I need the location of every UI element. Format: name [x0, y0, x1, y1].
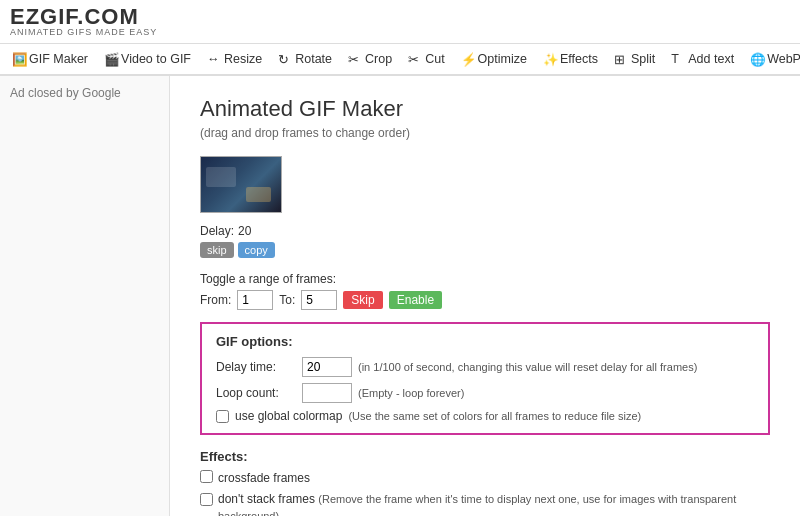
no-stack-row: don't stack frames (Remove the frame whe… [200, 491, 770, 516]
nav-item-resize[interactable]: ↔ Resize [199, 44, 270, 76]
delay-time-input[interactable] [302, 357, 352, 377]
crossfade-text: crossfade frames [218, 470, 310, 487]
loop-hint: (Empty - loop forever) [358, 387, 464, 399]
delay-value: 20 [238, 224, 251, 238]
logo-subtitle: ANIMATED GIFS MADE EASY [10, 28, 790, 37]
colormap-label: use global colormap [235, 409, 342, 423]
skip-range-button[interactable]: Skip [343, 291, 382, 309]
gif-maker-icon: 🖼️ [12, 52, 26, 66]
nav-label-video-to-gif: Video to GIF [121, 52, 191, 66]
skip-button[interactable]: skip [200, 242, 234, 258]
colormap-checkbox[interactable] [216, 410, 229, 423]
page-title: Animated GIF Maker [200, 96, 770, 122]
toggle-row: From: To: Skip Enable [200, 290, 770, 310]
effects-title: Effects: [200, 449, 770, 464]
nav-item-add-text[interactable]: T Add text [663, 44, 742, 76]
cut-icon: ✂ [408, 52, 422, 66]
webp-icon: 🌐 [750, 52, 764, 66]
delay-hint: (in 1/100 of second, changing this value… [358, 361, 697, 373]
nav-label-resize: Resize [224, 52, 262, 66]
nav-label-split: Split [631, 52, 655, 66]
delay-time-label: Delay time: [216, 360, 296, 374]
main-content: Animated GIF Maker (drag and drop frames… [170, 76, 800, 516]
nav-label-optimize: Optimize [478, 52, 527, 66]
nav-bar: 🖼️ GIF Maker 🎬 Video to GIF ↔ Resize ↻ R… [0, 44, 800, 76]
toggle-section: Toggle a range of frames: From: To: Skip… [200, 272, 770, 310]
resize-icon: ↔ [207, 52, 221, 66]
effects-icon: ✨ [543, 52, 557, 66]
nav-item-split[interactable]: ⊞ Split [606, 44, 663, 76]
page-subtitle: (drag and drop frames to change order) [200, 126, 770, 140]
nav-label-cut: Cut [425, 52, 444, 66]
colormap-row: use global colormap (Use the same set of… [216, 409, 754, 423]
loop-count-input[interactable] [302, 383, 352, 403]
logo-text: EZGIF.COM [10, 6, 790, 28]
nav-item-video-to-gif[interactable]: 🎬 Video to GIF [96, 44, 199, 76]
no-stack-label[interactable]: don't stack frames (Remove the frame whe… [200, 491, 770, 516]
text-icon: T [671, 52, 685, 66]
split-icon: ⊞ [614, 52, 628, 66]
crossfade-checkbox[interactable] [200, 470, 213, 483]
no-stack-text: don't stack frames [218, 492, 315, 506]
nav-item-webp[interactable]: 🌐 WebP [742, 44, 800, 76]
colormap-hint: (Use the same set of colors for all fram… [348, 410, 641, 422]
nav-item-effects[interactable]: ✨ Effects [535, 44, 606, 76]
crop-icon: ✂ [348, 52, 362, 66]
effects-section: Effects: crossfade frames don't stack fr… [200, 449, 770, 516]
page-layout: Ad closed by Google Animated GIF Maker (… [0, 76, 800, 516]
site-header: EZGIF.COM ANIMATED GIFS MADE EASY [0, 0, 800, 44]
nav-label-webp: WebP [767, 52, 800, 66]
crossfade-row: crossfade frames [200, 470, 770, 487]
delay-option-row: Delay time: (in 1/100 of second, changin… [216, 357, 754, 377]
site-logo: EZGIF.COM ANIMATED GIFS MADE EASY [10, 6, 790, 37]
video-icon: 🎬 [104, 52, 118, 66]
gif-options-title: GIF options: [216, 334, 754, 349]
nav-item-cut[interactable]: ✂ Cut [400, 44, 452, 76]
to-label: To: [279, 293, 295, 307]
sidebar-ad-text: Ad closed by Google [10, 86, 159, 100]
nav-item-gif-maker[interactable]: 🖼️ GIF Maker [4, 44, 96, 76]
nav-item-rotate[interactable]: ↻ Rotate [270, 44, 340, 76]
nav-label-gif-maker: GIF Maker [29, 52, 88, 66]
from-label: From: [200, 293, 231, 307]
nav-label-effects: Effects [560, 52, 598, 66]
nav-label-rotate: Rotate [295, 52, 332, 66]
toggle-label: Toggle a range of frames: [200, 272, 770, 286]
loop-count-label: Loop count: [216, 386, 296, 400]
crossfade-label[interactable]: crossfade frames [200, 470, 310, 487]
frame-thumbnail [201, 157, 281, 212]
frame-container[interactable] [200, 156, 282, 213]
loop-option-row: Loop count: (Empty - loop forever) [216, 383, 754, 403]
gif-options-box: GIF options: Delay time: (in 1/100 of se… [200, 322, 770, 435]
sidebar: Ad closed by Google [0, 76, 170, 516]
nav-item-optimize[interactable]: ⚡ Optimize [453, 44, 535, 76]
nav-label-crop: Crop [365, 52, 392, 66]
nav-label-add-text: Add text [688, 52, 734, 66]
enable-button[interactable]: Enable [389, 291, 442, 309]
delay-label: Delay: [200, 224, 234, 238]
to-input[interactable] [301, 290, 337, 310]
nav-item-crop[interactable]: ✂ Crop [340, 44, 400, 76]
delay-row: Delay: 20 [200, 224, 770, 238]
no-stack-checkbox[interactable] [200, 493, 213, 506]
from-input[interactable] [237, 290, 273, 310]
rotate-icon: ↻ [278, 52, 292, 66]
copy-button[interactable]: copy [238, 242, 275, 258]
optimize-icon: ⚡ [461, 52, 475, 66]
